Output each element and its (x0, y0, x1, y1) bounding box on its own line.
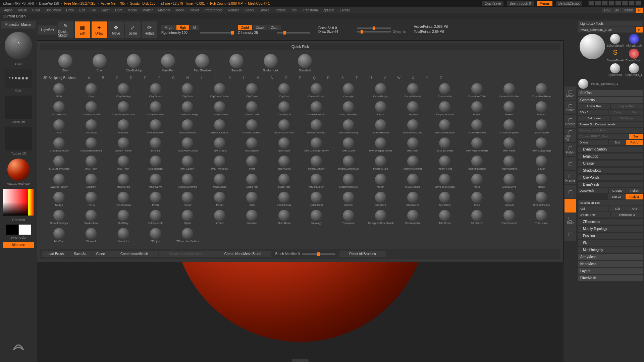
brush-item[interactable]: IMM Curve (333, 137, 364, 155)
goz-button[interactable]: GoZ (602, 8, 612, 13)
brush-item[interactable]: GroomTurbulence (75, 137, 107, 155)
tool-name[interactable]: PM3D_Sphere3D_1. 49 (578, 27, 635, 33)
del-higher-button[interactable]: Del Higher (611, 116, 643, 121)
viewport-tool[interactable]: ▢ (565, 227, 576, 241)
arraymesh-header[interactable]: ArrayMesh (578, 254, 643, 260)
brush-item[interactable]: Pen A (75, 192, 107, 209)
load-brush-button[interactable]: Load Brush (42, 251, 68, 257)
tool-r-button[interactable]: R (636, 27, 643, 33)
brush-item[interactable]: IMM Gun (397, 137, 429, 155)
menu-file[interactable]: File (88, 8, 99, 13)
clone-button[interactable]: Clone (92, 251, 110, 257)
brush-item[interactable]: ClipCircle (172, 83, 204, 101)
brush-item[interactable]: GroomColorTip (301, 119, 332, 137)
brush-item[interactable]: CurveStandard (140, 101, 171, 119)
higher-res-button[interactable]: Higher Res (611, 104, 643, 109)
brush-item[interactable]: Clay (75, 83, 107, 101)
brush-item[interactable]: IMM Clod (268, 137, 300, 155)
quickpick-brush[interactable]: SnakeHook (259, 54, 283, 72)
rgb-intensity[interactable]: Rgb Intensity 100 (161, 31, 198, 35)
brush-item[interactable]: SnakeHook (75, 210, 107, 227)
brush-item[interactable]: CurveTube (268, 101, 300, 119)
menus-button[interactable]: Menus (537, 1, 552, 6)
brush-item[interactable]: MaskCircle (108, 174, 139, 191)
simplebrush-icon[interactable]: S (610, 49, 620, 59)
current-tool-thumb[interactable] (580, 34, 605, 59)
menu-zplugin[interactable]: Zplugin (321, 8, 337, 13)
brush-item[interactable]: GroomColorMid (236, 119, 268, 137)
rotate-button[interactable]: ⟳Rotate (142, 21, 157, 38)
brush-item[interactable]: Magnify (75, 174, 107, 191)
brush-item[interactable]: GroomHairLong (397, 119, 429, 137)
viewport-tool[interactable]: ▢PolyF (565, 143, 576, 156)
brush-item[interactable]: Zmodeler (108, 228, 139, 245)
tool-thumb[interactable] (610, 63, 620, 73)
alternate-button[interactable]: Alternate (3, 242, 34, 248)
menu-macro[interactable]: Macro (125, 8, 140, 13)
resolution-slider[interactable]: Resolution 128 (578, 200, 643, 205)
filter-letter[interactable]: Q (311, 76, 318, 80)
maximize-button[interactable] (629, 1, 635, 6)
menu-texture[interactable]: Texture (272, 8, 288, 13)
filter-letter[interactable]: Z (438, 76, 444, 80)
menu-color[interactable]: Color (30, 8, 43, 13)
filter-letter[interactable]: X (410, 76, 416, 80)
filter-letter[interactable]: U (367, 76, 374, 80)
brush-item[interactable]: IMM Dragon Bones (365, 137, 396, 155)
menu-transform[interactable]: Transform (300, 8, 320, 13)
brush-item[interactable]: Blob (43, 83, 75, 101)
geometry-header[interactable]: Geometry (578, 97, 643, 103)
brush-preview[interactable]: ↖ (5, 32, 32, 59)
tool-thumb[interactable] (629, 63, 639, 73)
viewport-tool[interactable]: ▢Rotate (565, 115, 576, 128)
brush-item[interactable]: TrimRect (43, 228, 75, 245)
brush-item[interactable]: SliceCirc (365, 192, 396, 209)
brush-item[interactable]: Pinch (140, 192, 171, 209)
viewport-tool[interactable]: ▢ (565, 199, 576, 213)
claypolish-header[interactable]: ClayPolish (578, 175, 643, 180)
filter-letter[interactable]: I (198, 76, 205, 80)
color-picker[interactable] (3, 189, 34, 216)
window-button[interactable] (615, 1, 621, 6)
brush-item[interactable]: TrimCurve (461, 210, 493, 227)
filter-letter[interactable]: V (381, 76, 388, 80)
modify-topology-header[interactable]: Modify Topology (578, 226, 643, 232)
brush-item[interactable]: Pen Shadow (108, 192, 139, 209)
brush-item[interactable]: Noise (526, 174, 557, 191)
crease-header[interactable]: Crease (578, 161, 643, 166)
brush-item[interactable]: ClipCurve (236, 83, 268, 101)
brush-item[interactable]: MaskCurvePen (172, 174, 204, 191)
brush-item[interactable]: InsertCube (268, 156, 300, 173)
brush-item[interactable]: Decol (365, 101, 396, 119)
brush-item[interactable]: Flakes (493, 101, 525, 119)
create-nanomesh-button[interactable]: Create NanoMesh Brush (214, 251, 271, 257)
draw-size[interactable]: Draw Size 64 (318, 30, 355, 34)
brush-item[interactable]: DisplaceCurve (429, 101, 461, 119)
brush-item[interactable]: Displace (397, 101, 429, 119)
brush-item[interactable]: InsertHSphere (461, 156, 493, 173)
brush-item[interactable]: Spiral (172, 210, 204, 227)
brush-item[interactable]: SmoothValleys (43, 210, 75, 227)
move-button[interactable]: ✥Move (108, 21, 124, 38)
brush-item[interactable]: IMM BParts (204, 137, 235, 155)
menu-alpha[interactable]: Alpha (1, 8, 15, 13)
brush-item[interactable]: GroomHairBall (365, 119, 396, 137)
brush-item[interactable]: MaskCurve (140, 174, 171, 191)
brush-item[interactable]: Weave1 (75, 228, 107, 245)
brush-item[interactable]: Polish (204, 192, 235, 209)
brush-item[interactable]: GroomSpike (526, 119, 557, 137)
tool-thumb[interactable] (629, 34, 639, 44)
brush-item[interactable]: CurveLathe (429, 83, 461, 101)
filter-letter[interactable]: E (142, 76, 149, 80)
alpha-slot[interactable] (5, 96, 32, 119)
brush-item[interactable]: Morph (365, 174, 396, 191)
minimize-button[interactable] (622, 1, 628, 6)
brush-modifier[interactable]: Brush Modifier 0 (275, 252, 300, 256)
goz-visible[interactable]: Visible (622, 8, 635, 13)
seethrough[interactable]: See-through 0 (507, 1, 533, 6)
subtool-header[interactable]: SubTool (578, 90, 643, 96)
brush-item[interactable]: GroomColorRoot (268, 119, 300, 137)
filter-letter[interactable]: N (269, 76, 275, 80)
dynamic-subdiv-header[interactable]: Dynamic Subdiv (578, 146, 643, 152)
quickpick-brush[interactable]: Clay (88, 54, 112, 72)
